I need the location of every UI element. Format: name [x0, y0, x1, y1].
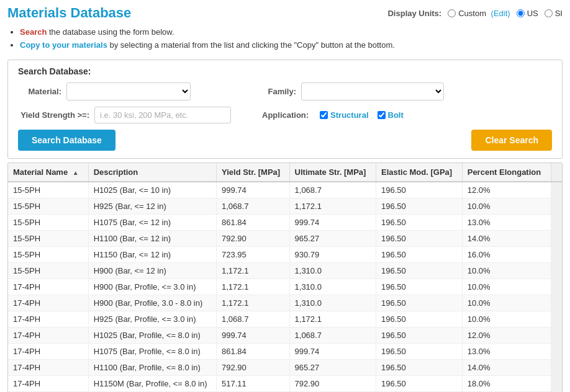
table-cell-elastic: 196.50 — [376, 182, 463, 198]
table-cell-name: 17-4PH — [8, 359, 88, 375]
table-cell-name: 15-5PH — [8, 230, 88, 246]
table-cell-desc: H1025 (Bar, <= 10 in) — [88, 182, 216, 198]
table-cell-yield: 1,172.1 — [216, 278, 289, 295]
custom-edit-link[interactable]: (Edit) — [489, 9, 510, 18]
table-row[interactable]: 15-5PHH900 (Bar, <= 12 in)1,172.11,310.0… — [8, 262, 562, 278]
table-row[interactable]: 15-5PHH1150 (Bar, <= 12 in)723.95930.791… — [8, 246, 562, 262]
table-cell-yield: 999.74 — [216, 182, 289, 198]
application-group: Application: Structural Bolt — [262, 110, 404, 120]
material-label: Material: — [18, 87, 61, 96]
family-group: Family: — [253, 82, 444, 100]
radio-us-input[interactable] — [517, 9, 525, 17]
col-header-name[interactable]: Material Name ▲ — [8, 163, 88, 182]
scrollbar-cell — [551, 343, 563, 359]
col-header-elastic-label: Elastic Mod. [GPa] — [381, 167, 452, 177]
table-cell-name: 15-5PH — [8, 198, 88, 214]
table-cell-yield: 792.90 — [216, 359, 289, 375]
table-cell-desc: H1025 (Bar, Profile, <= 8.0 in) — [88, 327, 216, 343]
application-label: Application: — [262, 110, 309, 120]
bolt-checkbox-group[interactable]: Bolt — [378, 110, 404, 120]
table-cell-pct: 12.0% — [462, 182, 551, 198]
instructions: Search the database using the form below… — [0, 24, 570, 56]
yield-label: Yield Strength >=: — [18, 110, 89, 120]
radio-si[interactable]: SI — [545, 9, 563, 18]
table-cell-pct: 13.0% — [462, 214, 551, 230]
radio-custom-input[interactable] — [448, 9, 456, 17]
radio-custom[interactable]: Custom (Edit) — [448, 9, 510, 18]
bolt-checkbox[interactable] — [378, 111, 386, 119]
clear-button[interactable]: Clear Search — [471, 130, 552, 151]
table-row[interactable]: 17-4PHH1100 (Bar, Profile, <= 8.0 in)792… — [8, 359, 562, 375]
table-cell-elastic: 196.50 — [376, 375, 463, 391]
col-header-name-label: Material Name — [13, 167, 68, 177]
family-select[interactable] — [301, 82, 444, 100]
table-cell-pct: 13.0% — [462, 343, 551, 359]
search-button[interactable]: Search Database — [18, 130, 115, 151]
table-cell-name: 17-4PH — [8, 375, 88, 391]
table-row[interactable]: 17-4PHH1075 (Bar, Profile, <= 8.0 in)861… — [8, 343, 562, 359]
table-cell-ultimate: 1,172.1 — [289, 198, 376, 214]
material-select[interactable] — [66, 82, 191, 100]
table-cell-pct: 10.0% — [462, 262, 551, 278]
scrollbar-cell — [551, 278, 563, 295]
instruction-highlight-search: Search — [20, 27, 47, 37]
table-row[interactable]: 15-5PHH925 (Bar, <= 12 in)1,068.71,172.1… — [8, 198, 562, 214]
material-group: Material: — [18, 82, 191, 100]
search-section-title: Search Database: — [18, 66, 552, 76]
table-cell-name: 17-4PH — [8, 343, 88, 359]
yield-group: Yield Strength >=: — [18, 107, 231, 123]
table-cell-pct: 12.0% — [462, 327, 551, 343]
scrollbar-cell — [551, 327, 563, 343]
results-table: Material Name ▲ Description Yield Str. [… — [8, 163, 562, 392]
table-cell-yield: 861.84 — [216, 343, 289, 359]
instruction-item-2: Copy to your materials by selecting a ma… — [20, 39, 563, 52]
col-header-desc: Description — [88, 163, 216, 182]
table-row[interactable]: 17-4PHH900 (Bar, Profile, 3.0 - 8.0 in)1… — [8, 295, 562, 311]
structural-checkbox[interactable] — [320, 111, 328, 119]
structural-checkbox-group[interactable]: Structural — [320, 110, 368, 120]
table-cell-yield: 1,172.1 — [216, 295, 289, 311]
table-cell-ultimate: 792.90 — [289, 375, 376, 391]
scrollbar-cell — [551, 246, 563, 262]
table-row[interactable]: 17-4PHH1150M (Bar, Profile, <= 8.0 in)51… — [8, 375, 562, 391]
radio-si-label: SI — [555, 9, 563, 18]
table-row[interactable]: 17-4PHH900 (Bar, Profile, <= 3.0 in)1,17… — [8, 278, 562, 295]
table-row[interactable]: 15-5PHH1100 (Bar, <= 12 in)792.90965.271… — [8, 230, 562, 246]
table-row[interactable]: 17-4PHH925 (Bar, Profile, <= 3.0 in)1,06… — [8, 311, 562, 327]
table-cell-ultimate: 930.79 — [289, 246, 376, 262]
table-cell-name: 15-5PH — [8, 214, 88, 230]
instruction-text-2: by selecting a material from the list an… — [110, 40, 395, 50]
table-cell-desc: H900 (Bar, Profile, 3.0 - 8.0 in) — [88, 295, 216, 311]
scrollbar-cell — [551, 198, 563, 214]
table-cell-pct: 18.0% — [462, 375, 551, 391]
radio-us[interactable]: US — [517, 9, 538, 18]
table-cell-yield: 861.84 — [216, 214, 289, 230]
table-cell-yield: 1,172.1 — [216, 262, 289, 278]
yield-input[interactable] — [94, 107, 231, 123]
display-units-label: Display Units: — [387, 9, 441, 18]
table-cell-elastic: 196.50 — [376, 343, 463, 359]
buttons-row: Search Database Clear Search — [18, 130, 552, 151]
scrollbar-cell — [551, 359, 563, 375]
table-cell-elastic: 196.50 — [376, 278, 463, 295]
table-cell-desc: H1150M (Bar, Profile, <= 8.0 in) — [88, 375, 216, 391]
table-cell-ultimate: 1,310.0 — [289, 278, 376, 295]
table-cell-elastic: 196.50 — [376, 230, 463, 246]
scrollbar-cell — [551, 182, 563, 198]
table-row[interactable]: 17-4PHH1025 (Bar, Profile, <= 8.0 in)999… — [8, 327, 562, 343]
table-cell-pct: 14.0% — [462, 230, 551, 246]
scrollbar-spacer — [551, 163, 563, 182]
col-header-yield: Yield Str. [MPa] — [216, 163, 289, 182]
col-header-elastic: Elastic Mod. [GPa] — [376, 163, 463, 182]
table-cell-yield: 723.95 — [216, 246, 289, 262]
table-row[interactable]: 15-5PHH1025 (Bar, <= 10 in)999.741,068.7… — [8, 182, 562, 198]
table-cell-desc: H1075 (Bar, Profile, <= 8.0 in) — [88, 343, 216, 359]
instruction-highlight-copy: Copy to your materials — [20, 40, 107, 50]
table-row[interactable]: 15-5PHH1075 (Bar, <= 12 in)861.84999.741… — [8, 214, 562, 230]
table-cell-yield: 517.11 — [216, 375, 289, 391]
scrollbar-cell — [551, 230, 563, 246]
radio-si-input[interactable] — [545, 9, 553, 17]
table-cell-ultimate: 965.27 — [289, 230, 376, 246]
table-cell-pct: 14.0% — [462, 359, 551, 375]
sort-arrow-name: ▲ — [73, 169, 79, 176]
